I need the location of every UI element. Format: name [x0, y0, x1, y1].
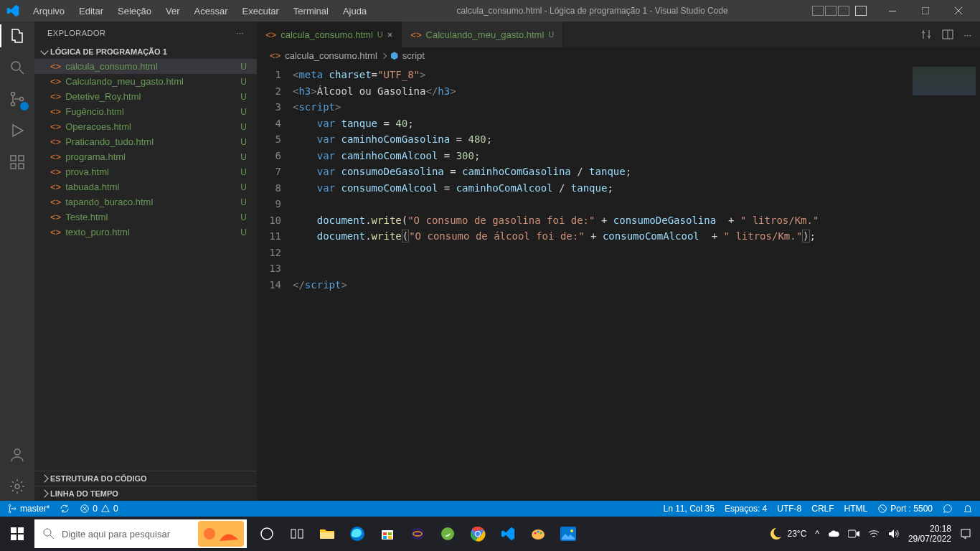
svg-point-52 — [540, 532, 542, 534]
file-item[interactable]: <>Teste.htmlU — [34, 209, 257, 225]
compare-changes-icon[interactable] — [920, 29, 932, 40]
git-branch[interactable]: master* — [7, 504, 50, 514]
minimize-button[interactable] — [877, 0, 908, 22]
live-server[interactable]: Port : 5500 — [877, 504, 933, 514]
photos-icon[interactable] — [560, 525, 577, 542]
edge-icon[interactable] — [349, 525, 366, 542]
svg-rect-0 — [889, 11, 896, 11]
source-control-icon[interactable] — [9, 90, 26, 108]
file-item[interactable]: <>calcula_consumo.htmlU — [34, 59, 257, 74]
sidebar: EXPLORADOR ··· LÓGICA DE PROGRAMAÇÃO 1 <… — [34, 22, 257, 501]
feedback-icon[interactable] — [943, 504, 953, 514]
maximize-button[interactable] — [910, 0, 941, 22]
svg-point-33 — [261, 528, 273, 540]
menu-bar: Arquivo Editar Seleção Ver Acessar Execu… — [27, 3, 372, 19]
breadcrumb[interactable]: <> calcula_consumo.html ⬢ script — [257, 47, 980, 64]
search-icon[interactable] — [9, 59, 26, 76]
file-item[interactable]: <>Detetive_Roy.htmlU — [34, 89, 257, 104]
menu-terminal[interactable]: Terminal — [288, 3, 334, 19]
close-icon[interactable]: × — [387, 29, 393, 40]
indentation[interactable]: Espaços: 4 — [725, 504, 767, 514]
taskbar-search[interactable]: Digite aqui para pesquisar — [34, 519, 247, 548]
notifications-tray-icon[interactable] — [960, 528, 971, 540]
cursor-position[interactable]: Ln 11, Col 35 — [664, 504, 715, 514]
file-item[interactable]: <>Calculando_meu_gasto.htmlU — [34, 74, 257, 89]
onedrive-icon[interactable] — [828, 529, 839, 538]
problems[interactable]: 0 0 — [80, 504, 118, 514]
html-file-icon: <> — [410, 29, 421, 40]
tab-calculando-meu-gasto[interactable]: <> Calculando_meu_gasto.html U — [402, 22, 563, 47]
svg-point-50 — [534, 532, 537, 534]
eclipse-icon[interactable] — [409, 525, 426, 542]
spring-icon[interactable] — [439, 525, 456, 542]
file-item[interactable]: <>programa.htmlU — [34, 149, 257, 164]
svg-rect-26 — [18, 527, 24, 533]
weather-widget[interactable]: 23°C — [770, 527, 806, 540]
extensions-icon[interactable] — [9, 154, 26, 171]
line-numbers: 1234567891011121314 — [257, 64, 293, 501]
split-editor-icon[interactable] — [942, 29, 953, 40]
svg-rect-55 — [848, 530, 856, 537]
menu-ver[interactable]: Ver — [160, 3, 186, 19]
cortana-icon[interactable] — [288, 525, 306, 542]
minimap[interactable] — [908, 64, 980, 501]
html-file-icon: <> — [50, 227, 61, 237]
file-item[interactable]: <>texto_puro.htmlU — [34, 225, 257, 240]
sidebar-more-icon[interactable]: ··· — [236, 29, 244, 37]
account-icon[interactable] — [9, 446, 26, 463]
task-view-icon[interactable] — [258, 525, 275, 542]
layout-controls[interactable] — [812, 6, 867, 16]
menu-selecao[interactable]: Seleção — [112, 3, 157, 19]
svg-line-5 — [19, 70, 24, 74]
activity-bar — [0, 22, 34, 501]
eol[interactable]: CRLF — [811, 504, 834, 514]
explorer-icon[interactable] — [9, 27, 26, 44]
language-mode[interactable]: HTML — [844, 504, 868, 514]
file-item[interactable]: <>tabuada.htmlU — [34, 179, 257, 194]
svg-rect-25 — [11, 527, 17, 533]
start-button[interactable] — [0, 517, 34, 551]
file-item[interactable]: <>Praticando_tudo.htmlU — [34, 134, 257, 149]
folder-header[interactable]: LÓGICA DE PROGRAMAÇÃO 1 — [34, 44, 257, 59]
vscode-taskbar-icon[interactable] — [499, 525, 517, 542]
network-icon[interactable] — [868, 529, 880, 538]
menu-editar[interactable]: Editar — [73, 3, 109, 19]
file-item[interactable]: <>tapando_buraco.htmlU — [34, 194, 257, 209]
menu-arquivo[interactable]: Arquivo — [27, 3, 70, 19]
tab-calcula-consumo[interactable]: <> calcula_consumo.html U × — [257, 22, 402, 47]
tray-chevron-icon[interactable]: ^ — [815, 529, 819, 539]
code-editor[interactable]: <meta charset="UTF_8"> <h3>Álcool ou Gas… — [293, 64, 908, 501]
sync-icon[interactable] — [60, 504, 70, 514]
html-file-icon: <> — [50, 182, 61, 192]
svg-point-32 — [204, 528, 215, 540]
settings-icon[interactable] — [9, 478, 26, 495]
svg-rect-41 — [383, 536, 387, 539]
more-actions-icon[interactable]: ··· — [963, 29, 971, 40]
svg-rect-12 — [19, 156, 24, 161]
svg-point-13 — [14, 449, 20, 455]
menu-acessar[interactable]: Acessar — [189, 3, 234, 19]
paint-icon[interactable] — [529, 525, 547, 542]
timeline-section[interactable]: LINHA DO TEMPO — [34, 486, 257, 501]
volume-icon[interactable] — [888, 529, 900, 539]
file-explorer-icon[interactable] — [319, 525, 336, 542]
menu-ajuda[interactable]: Ajuda — [337, 3, 372, 19]
file-item[interactable]: <>prova.htmlU — [34, 164, 257, 179]
outline-section[interactable]: ESTRUTURA DO CÓDIGO — [34, 471, 257, 486]
microsoft-store-icon[interactable] — [379, 525, 396, 542]
html-file-icon: <> — [50, 151, 61, 162]
menu-executar[interactable]: Executar — [237, 3, 285, 19]
encoding[interactable]: UTF-8 — [777, 504, 801, 514]
clock[interactable]: 20:18 29/07/2022 — [908, 524, 951, 544]
notifications-icon[interactable] — [963, 504, 973, 514]
svg-point-14 — [15, 484, 19, 489]
file-item[interactable]: <>Operacoes.htmlU — [34, 119, 257, 134]
chrome-icon[interactable] — [469, 525, 486, 542]
file-item[interactable]: <>Fugêncio.htmlU — [34, 104, 257, 119]
close-button[interactable] — [943, 0, 974, 22]
titlebar: Arquivo Editar Seleção Ver Acessar Execu… — [0, 0, 980, 22]
svg-rect-42 — [388, 536, 392, 539]
svg-point-7 — [11, 103, 15, 106]
meet-now-icon[interactable] — [848, 529, 859, 538]
run-debug-icon[interactable] — [9, 122, 26, 139]
